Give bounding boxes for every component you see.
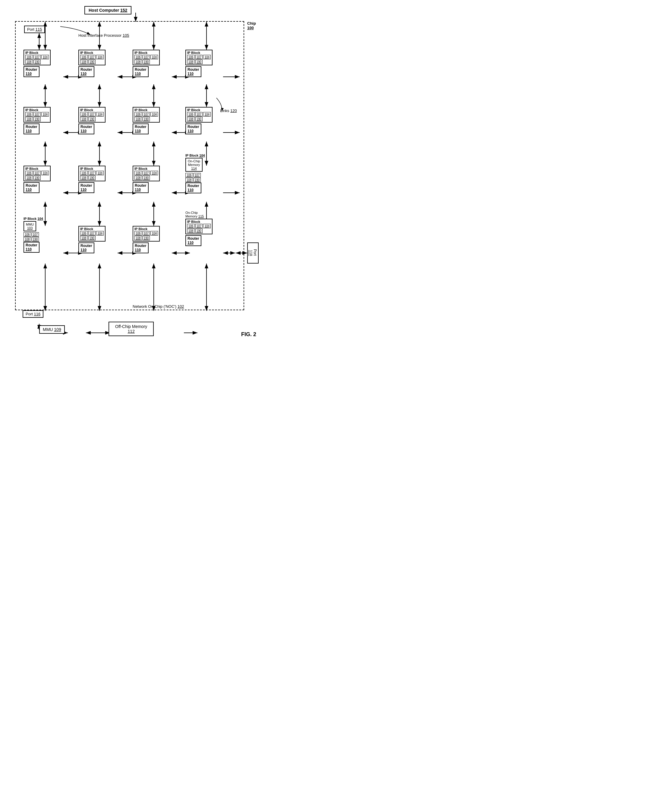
- router-label-r3c1: Router110: [23, 182, 40, 193]
- port-115: Port 115: [24, 26, 45, 33]
- router-label-r2c2: Router110: [78, 124, 94, 134]
- router-r3c2: IP Block 106 107 104 108 190 Router110: [78, 166, 106, 193]
- router-r4c4: On-ChipMemory 115 IP Block 106 107 104 1…: [185, 211, 213, 246]
- router-label-r4c3: Router110: [133, 243, 148, 253]
- offchip-memory: Off-Chip Memory112: [109, 322, 154, 336]
- router-label-r1c2: Router110: [78, 66, 94, 77]
- router-r2c3: IP Block 106 107 104 108 190 Router110: [133, 107, 160, 134]
- ip-block-r1c2: IP Block 106 107 104 108 190: [78, 50, 106, 66]
- router-r2c1: IP Block 106 107 104 108 190 Router110: [23, 107, 51, 134]
- router-label-r3c2: Router110: [78, 182, 94, 193]
- router-label-r4c4: Router110: [185, 235, 201, 246]
- links-label: Links 120: [220, 108, 237, 113]
- chip-label: Chip 100: [247, 21, 256, 30]
- host-computer-box: Host Computer 152: [84, 6, 132, 14]
- ip-block-r1c4: IP Block 106 107 104 108 190: [185, 50, 213, 66]
- router-r4c1: IP Block 104 MMU103 106 107 108 190 Rout…: [23, 217, 43, 253]
- ip-block-r1c3: IP Block 106 107 104 108 190: [133, 50, 160, 66]
- ocm-115-label: On-ChipMemory 115: [185, 211, 204, 218]
- router-label-r3c3: Router110: [133, 182, 148, 193]
- router-r3c3: IP Block 106 107 104 108 190 Router110: [133, 166, 160, 193]
- router-label-r3c4: Router110: [185, 183, 201, 193]
- ip-block-r1c1: IP Block 106 107 104 108 190: [23, 50, 51, 66]
- ip-block-r2c1: IP Block 106 107 104 108 190: [23, 107, 51, 122]
- noc-label: Network On Chip ('NOC') 102: [133, 304, 184, 309]
- ocm-114: On-ChipMemory114: [185, 158, 202, 172]
- port-118: Port 118: [247, 243, 259, 264]
- router-r4c2: IP Block 106 107 104 108 190 Router110: [78, 226, 106, 253]
- host-computer-label: Host Computer: [89, 8, 119, 13]
- router-label-r1c4: Router110: [185, 66, 201, 77]
- ip-block-r2c4: IP Block 106 107 104 108 190: [185, 107, 213, 122]
- mmu-103: MMU103: [23, 221, 36, 231]
- router-label-r1c1: Router110: [23, 66, 40, 77]
- ip-block-r3c2: IP Block 106 107 104 108 190: [78, 166, 106, 181]
- ip-block-r4c3: IP Block 106 107 104 108 190: [133, 226, 160, 241]
- fig-label: FIG. 2: [241, 331, 256, 337]
- ip-block-r2c2: IP Block 106 107 104 108 190: [78, 107, 106, 122]
- router-r1c2: IP Block 106 107 104 108 190 Router110: [78, 50, 106, 77]
- router-label-r4c1: Router110: [23, 242, 40, 253]
- router-r3c4: IP Block 104 On-ChipMemory114 106 107 10…: [185, 154, 205, 193]
- ip-block-r3c1: IP Block 106 107 104 108 190: [23, 166, 51, 181]
- host-computer-num: 152: [120, 8, 127, 13]
- router-r1c1: IP Block 106 107 104 108 190 Router110: [23, 50, 51, 77]
- ip-block-r3c3: IP Block 106 107 104 108 190: [133, 166, 160, 181]
- router-r2c4: IP Block 106 107 104 108 190 Router110: [185, 107, 213, 134]
- mmu-109: MMU 109: [39, 325, 65, 334]
- router-label-r2c3: Router110: [133, 124, 148, 134]
- ip-block-r2c3: IP Block 106 107 104 108 190: [133, 107, 160, 122]
- ip-block-r4c4: IP Block 106 107 104 108 190: [185, 219, 213, 234]
- router-label-r2c1: Router110: [23, 124, 40, 134]
- router-r4c3: IP Block 106 107 104 108 190 Router110: [133, 226, 160, 253]
- router-r3c1: IP Block 106 107 104 108 190 Router110: [23, 166, 51, 193]
- port-116: Port 116: [23, 310, 43, 318]
- router-label-r4c2: Router110: [78, 243, 94, 253]
- router-r1c4: IP Block 106 107 104 108 190 Router110: [185, 50, 213, 77]
- router-label-r1c3: Router110: [133, 66, 148, 77]
- router-r2c2: IP Block 106 107 104 108 190 Router110: [78, 107, 106, 134]
- router-label-r2c4: Router110: [185, 124, 201, 134]
- router-r1c3: IP Block 106 107 104 108 190 Router110: [133, 50, 160, 77]
- ip-block-r4c2: IP Block 106 107 104 108 190: [78, 226, 106, 241]
- hip-label: Host Interface Processor 105: [78, 33, 129, 38]
